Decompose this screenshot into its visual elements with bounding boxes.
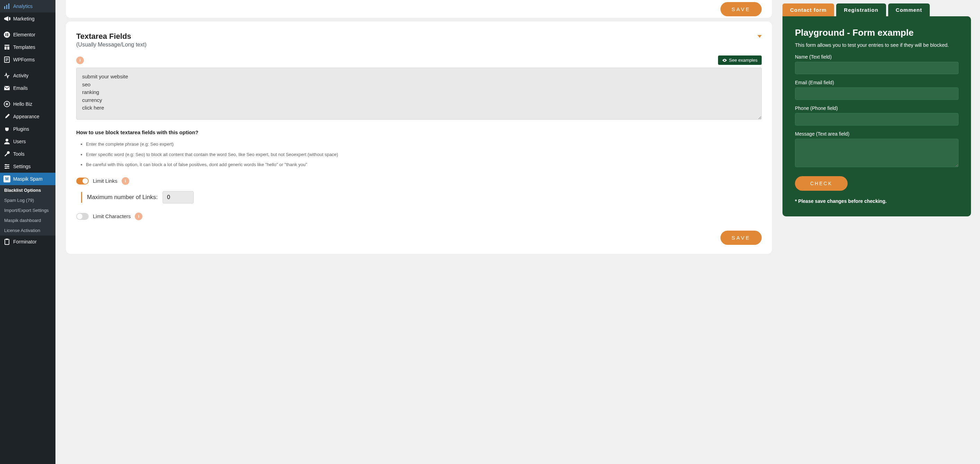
card-title: Textarea Fields: [76, 32, 131, 41]
form-icon: [3, 56, 10, 63]
svg-rect-4: [6, 33, 6, 36]
admin-sidebar: Analytics Marketing Elementor Templates …: [0, 0, 56, 464]
sidebar-item-label: Marketing: [13, 16, 34, 21]
howto-item: Enter the complete phrase (e.g: Seo expe…: [86, 141, 762, 148]
svg-rect-19: [6, 239, 8, 240]
playground-desc: This form allows you to test your entrie…: [795, 42, 959, 48]
sidebar-item-marketing[interactable]: Marketing: [0, 13, 56, 25]
previous-card-footer: SAVE: [66, 0, 772, 18]
user-icon: [3, 138, 10, 145]
templates-icon: [3, 44, 10, 51]
see-examples-button[interactable]: See examples: [718, 56, 762, 65]
tab-contact-form[interactable]: Contact form: [783, 3, 834, 16]
sidebar-item-analytics[interactable]: Analytics: [0, 0, 56, 13]
check-button[interactable]: CHECK: [795, 176, 848, 191]
submenu-spamlog[interactable]: Spam Log (79): [0, 195, 56, 205]
sidebar-item-users[interactable]: Users: [0, 135, 56, 148]
see-examples-label: See examples: [729, 57, 757, 63]
limit-links-toggle[interactable]: [76, 177, 89, 185]
sidebar-item-label: Emails: [13, 85, 28, 91]
sidebar-item-label: Analytics: [13, 3, 33, 9]
sidebar-item-plugins[interactable]: Plugins: [0, 123, 56, 135]
sidebar-submenu: Blacklist Options Spam Log (79) Import/E…: [0, 185, 56, 236]
sidebar-item-label: Settings: [13, 164, 31, 169]
submenu-blacklist[interactable]: Blacklist Options: [0, 185, 56, 195]
playground-body: Playground - Form example This form allo…: [783, 16, 971, 217]
megaphone-icon: [3, 15, 10, 22]
playground-title: Playground - Form example: [795, 27, 959, 38]
textarea-fields-card: Textarea Fields (Usually Message/Long te…: [66, 21, 772, 254]
sidebar-item-label: Appearance: [13, 114, 40, 119]
sidebar-item-label: Elementor: [13, 32, 35, 37]
howto-section: How to use block textarea fields with th…: [76, 129, 762, 168]
max-links-input[interactable]: [162, 191, 194, 204]
svg-rect-6: [7, 34, 8, 35]
svg-rect-2: [8, 3, 10, 9]
sidebar-item-maspik[interactable]: M Maspik Spam: [0, 173, 56, 185]
playground-tabs: Contact form Registration Comment: [783, 3, 971, 16]
brush-icon: [3, 113, 10, 120]
svg-rect-5: [7, 33, 8, 34]
tab-registration[interactable]: Registration: [836, 3, 886, 16]
sidebar-item-label: Forminator: [13, 239, 37, 244]
submenu-dashboard[interactable]: Maspik dashboard: [0, 215, 56, 225]
howto-item: Be careful with this option, it can bloc…: [86, 161, 762, 168]
sidebar-item-label: Activity: [13, 73, 29, 78]
wrench-icon: [3, 150, 10, 158]
plus-circle-icon: [3, 100, 10, 107]
sidebar-item-templates[interactable]: Templates: [0, 41, 56, 53]
name-label: Name (Text field): [795, 54, 959, 60]
info-icon[interactable]: i: [122, 177, 129, 185]
howto-title: How to use block textarea fields with th…: [76, 129, 762, 135]
svg-point-15: [5, 164, 6, 166]
info-icon[interactable]: i: [76, 57, 84, 64]
name-input[interactable]: [795, 62, 959, 74]
svg-rect-0: [4, 6, 5, 9]
svg-rect-18: [5, 239, 9, 244]
max-links-label: Maximum number of Links:: [87, 194, 158, 201]
save-button-top[interactable]: SAVE: [721, 2, 762, 16]
limit-characters-toggle[interactable]: [76, 213, 89, 220]
svg-point-17: [5, 167, 6, 169]
svg-rect-12: [4, 86, 10, 90]
analytics-icon: [3, 3, 10, 10]
svg-point-14: [6, 139, 8, 142]
sidebar-item-wpforms[interactable]: WPForms: [0, 53, 56, 66]
message-label: Message (Text area field): [795, 131, 959, 137]
sidebar-item-label: WPForms: [13, 57, 35, 62]
tab-comment[interactable]: Comment: [888, 3, 930, 16]
sidebar-item-hellobiz[interactable]: Hello Biz: [0, 98, 56, 110]
mail-icon: [3, 85, 10, 92]
svg-rect-7: [7, 35, 8, 36]
limit-links-label: Limit Links: [93, 178, 118, 184]
sidebar-item-emails[interactable]: Emails: [0, 82, 56, 94]
collapse-caret-icon[interactable]: [757, 35, 762, 38]
clipboard-icon: [3, 238, 10, 245]
sidebar-item-settings[interactable]: Settings: [0, 160, 56, 173]
playground-panel: Contact form Registration Comment Playgr…: [783, 0, 980, 464]
sidebar-item-label: Users: [13, 139, 26, 144]
sidebar-item-forminator[interactable]: Forminator: [0, 236, 56, 248]
playground-note: * Please save changes before checking.: [795, 198, 959, 204]
save-button[interactable]: SAVE: [721, 231, 762, 245]
submenu-importexport[interactable]: Import/Export Settings: [0, 205, 56, 215]
sidebar-item-label: Hello Biz: [13, 101, 32, 107]
sidebar-item-label: Templates: [13, 45, 35, 50]
card-subtitle: (Usually Message/Long text): [76, 41, 762, 48]
email-label: Email (Email field): [795, 80, 959, 85]
accent-bar: [81, 192, 82, 203]
blacklist-textarea[interactable]: [76, 68, 762, 120]
info-icon[interactable]: i: [135, 212, 142, 220]
sidebar-item-activity[interactable]: Activity: [0, 69, 56, 82]
phone-label: Phone (Phone field): [795, 105, 959, 111]
message-textarea[interactable]: [795, 139, 959, 167]
phone-input[interactable]: [795, 113, 959, 126]
sidebar-item-label: Plugins: [13, 126, 29, 132]
maspik-icon: M: [3, 175, 10, 182]
sidebar-item-elementor[interactable]: Elementor: [0, 29, 56, 41]
email-input[interactable]: [795, 88, 959, 100]
submenu-license[interactable]: License Activation: [0, 225, 56, 236]
sidebar-item-appearance[interactable]: Appearance: [0, 110, 56, 123]
sidebar-item-tools[interactable]: Tools: [0, 148, 56, 160]
limit-characters-label: Limit Characters: [93, 213, 130, 219]
